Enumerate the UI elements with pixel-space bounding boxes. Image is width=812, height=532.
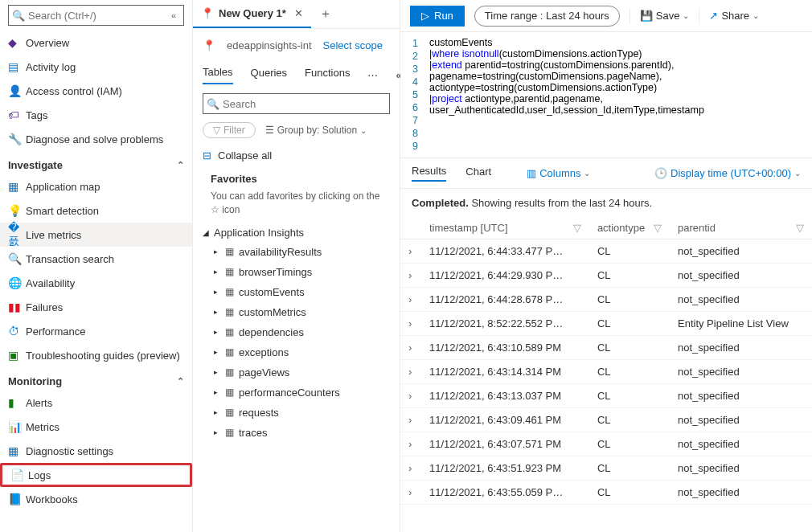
nav-workbooks[interactable]: 📘Workbooks bbox=[0, 487, 192, 511]
nav-activity-log[interactable]: ▤Activity log bbox=[0, 55, 192, 79]
col-parentid[interactable]: parentid▽ bbox=[670, 217, 812, 239]
tree-table-item[interactable]: ▸▦availabilityResults bbox=[214, 242, 390, 262]
expand-row-icon[interactable]: › bbox=[400, 288, 421, 312]
cell-timestamp: 11/12/2021, 6:43:09.461 PM bbox=[421, 408, 589, 432]
table-row[interactable]: ›11/12/2021, 6:43:07.571 PMCLnot_specifi… bbox=[400, 432, 812, 456]
nav-smart-detection[interactable]: 💡Smart detection bbox=[0, 198, 192, 223]
collapse-icon: ⊟ bbox=[203, 149, 211, 162]
query-editor[interactable]: 123456789 customEvents |where isnotnull(… bbox=[400, 32, 812, 158]
columns-button[interactable]: ▥Columns⌄ bbox=[527, 167, 590, 179]
table-row[interactable]: ›11/12/2021, 6:43:10.589 PMCLnot_specifi… bbox=[400, 336, 812, 360]
nav-overview[interactable]: ◆Overview bbox=[0, 31, 192, 55]
section-monitoring[interactable]: Monitoring⌃ bbox=[0, 367, 192, 391]
collapse-all-button[interactable]: ⊟ Collapse all bbox=[193, 141, 400, 170]
cell-actiontype: CL bbox=[589, 456, 670, 481]
tree-table-item[interactable]: ▸▦traces bbox=[214, 423, 390, 443]
filter-icon[interactable]: ▽ bbox=[796, 222, 804, 234]
nav-metrics[interactable]: 📊Metrics bbox=[0, 415, 192, 439]
tree-table-item[interactable]: ▸▦customEvents bbox=[214, 282, 390, 302]
expand-row-icon[interactable]: › bbox=[400, 384, 421, 408]
sidebar-search[interactable]: 🔍 « bbox=[8, 5, 184, 26]
query-tab[interactable]: 📍 New Query 1* ✕ bbox=[193, 0, 311, 28]
sidebar-search-input[interactable] bbox=[28, 10, 167, 22]
nav-availability[interactable]: 🌐Availability bbox=[0, 271, 192, 295]
editor-code[interactable]: customEvents |where isnotnull(customDime… bbox=[423, 32, 812, 158]
add-tab-button[interactable]: ＋ bbox=[311, 6, 340, 23]
tab-queries[interactable]: Queries bbox=[251, 67, 288, 84]
schema-search[interactable]: 🔍 bbox=[203, 93, 390, 114]
table-row[interactable]: ›11/12/2021, 6:44:28.678 P…CLnot_specifi… bbox=[400, 288, 812, 312]
col-timestamp[interactable]: timestamp [UTC]▽ bbox=[421, 217, 589, 239]
expand-row-icon[interactable]: › bbox=[400, 336, 421, 360]
tree-table-item[interactable]: ▸▦pageViews bbox=[214, 362, 390, 383]
tab-tables[interactable]: Tables bbox=[203, 66, 233, 84]
table-icon: ▦ bbox=[225, 306, 234, 317]
tab-results[interactable]: Results bbox=[412, 165, 446, 182]
nav-tags[interactable]: 🏷Tags bbox=[0, 103, 192, 127]
expand-row-icon[interactable]: › bbox=[400, 360, 421, 384]
more-icon[interactable]: ⋯ bbox=[367, 69, 378, 81]
tree-table-item[interactable]: ▸▦performanceCounters bbox=[214, 383, 390, 403]
nav-alerts[interactable]: ▮Alerts bbox=[0, 391, 192, 415]
table-row[interactable]: ›11/12/2021, 8:52:22.552 P…CLEntity Pipe… bbox=[400, 312, 812, 336]
nav-access-control[interactable]: 👤Access control (IAM) bbox=[0, 79, 192, 103]
share-button[interactable]: ↗Share⌄ bbox=[709, 10, 759, 22]
expand-row-icon[interactable]: › bbox=[400, 264, 421, 288]
tab-chart[interactable]: Chart bbox=[465, 166, 491, 181]
filter-icon[interactable]: ▽ bbox=[654, 222, 662, 234]
display-time-button[interactable]: 🕒Display time (UTC+00:00)⌄ bbox=[654, 167, 801, 179]
expand-row-icon[interactable]: › bbox=[400, 312, 421, 336]
section-investigate[interactable]: Investigate⌃ bbox=[0, 151, 192, 174]
run-button[interactable]: ▷Run bbox=[410, 6, 465, 27]
table-row[interactable]: ›11/12/2021, 6:44:33.477 P…CLnot_specifi… bbox=[400, 239, 812, 264]
caret-right-icon: ▸ bbox=[214, 348, 220, 356]
nav-performance[interactable]: ⏱Performance bbox=[0, 319, 192, 343]
expand-row-icon[interactable]: › bbox=[400, 481, 421, 505]
columns-icon: ▥ bbox=[527, 167, 536, 179]
nav-failures[interactable]: ▮▮Failures bbox=[0, 295, 192, 319]
close-icon[interactable]: ✕ bbox=[294, 7, 303, 19]
groupby-button[interactable]: ☰Group by: Solution⌄ bbox=[265, 125, 367, 136]
filter-icon[interactable]: ▽ bbox=[573, 222, 581, 234]
chevron-up-icon: ⌃ bbox=[177, 160, 184, 170]
tree-table-item[interactable]: ▸▦dependencies bbox=[214, 322, 390, 342]
collapse-sidebar-icon[interactable]: « bbox=[167, 10, 180, 20]
nav-diagnostic-settings[interactable]: ▦Diagnostic settings bbox=[0, 439, 192, 463]
tree-table-item[interactable]: ▸▦exceptions bbox=[214, 342, 390, 362]
nav-diagnose[interactable]: 🔧Diagnose and solve problems bbox=[0, 127, 192, 151]
expand-row-icon[interactable]: › bbox=[400, 456, 421, 481]
nav-transaction-search[interactable]: 🔍Transaction search bbox=[0, 247, 192, 271]
expand-row-icon[interactable]: › bbox=[400, 408, 421, 432]
tree-table-item[interactable]: ▸▦browserTimings bbox=[214, 262, 390, 282]
save-button[interactable]: 💾Save⌄ bbox=[640, 10, 690, 22]
expand-row-icon[interactable]: › bbox=[400, 239, 421, 264]
search-icon: 🔍 bbox=[9, 10, 28, 22]
nav-logs[interactable]: 📄Logs bbox=[0, 463, 192, 487]
cell-parentid: not_specified bbox=[670, 408, 812, 432]
schema-search-input[interactable] bbox=[223, 98, 389, 110]
tree-table-item[interactable]: ▸▦customMetrics bbox=[214, 302, 390, 322]
table-row[interactable]: ›11/12/2021, 6:43:55.059 P…CLnot_specifi… bbox=[400, 481, 812, 505]
tree-group-appinsights[interactable]: ◢ Application Insights bbox=[203, 223, 390, 242]
expand-row-icon[interactable]: › bbox=[400, 432, 421, 456]
cell-actiontype: CL bbox=[589, 264, 670, 288]
table-row[interactable]: ›11/12/2021, 6:43:14.314 PMCLnot_specifi… bbox=[400, 360, 812, 384]
cell-timestamp: 11/12/2021, 6:44:28.678 P… bbox=[421, 288, 589, 312]
save-icon: 💾 bbox=[640, 10, 653, 22]
time-range-picker[interactable]: Time range : Last 24 hours bbox=[474, 6, 620, 27]
table-row[interactable]: ›11/12/2021, 6:43:09.461 PMCLnot_specifi… bbox=[400, 408, 812, 432]
nav-live-metrics[interactable]: �픐Live metrics bbox=[0, 223, 192, 247]
live-icon: �픐 bbox=[8, 221, 26, 248]
nav-application-map[interactable]: ▦Application map bbox=[0, 174, 192, 198]
table-row[interactable]: ›11/12/2021, 6:43:13.037 PMCLnot_specifi… bbox=[400, 384, 812, 408]
filter-button[interactable]: ▽Filter bbox=[203, 122, 256, 138]
table-row[interactable]: ›11/12/2021, 6:43:51.923 PMCLnot_specifi… bbox=[400, 456, 812, 481]
table-row[interactable]: ›11/12/2021, 6:44:29.930 P…CLnot_specifi… bbox=[400, 264, 812, 288]
tab-functions[interactable]: Functions bbox=[305, 67, 350, 84]
col-actiontype[interactable]: actiontype▽ bbox=[589, 217, 670, 239]
nav-troubleshooting[interactable]: ▣Troubleshooting guides (preview) bbox=[0, 343, 192, 367]
select-scope-link[interactable]: Select scope bbox=[323, 39, 383, 51]
tree-table-item[interactable]: ▸▦requests bbox=[214, 403, 390, 423]
middle-panel: 📍 New Query 1* ✕ ＋ 📍 edeappinsights-int … bbox=[193, 0, 400, 532]
cell-actiontype: CL bbox=[589, 481, 670, 505]
